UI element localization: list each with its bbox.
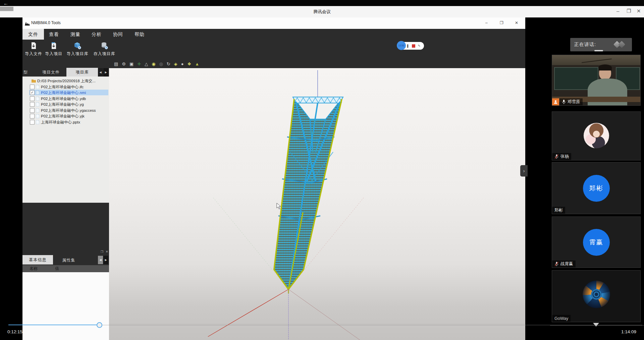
tab-basic-info[interactable]: 基本信息 bbox=[22, 255, 53, 264]
player-progress[interactable] bbox=[8, 325, 97, 325]
save-project-library-button[interactable]: 存入项目库 bbox=[92, 41, 117, 58]
checkbox[interactable] bbox=[30, 102, 35, 107]
recorder-timer[interactable]: 12:53 bbox=[397, 41, 406, 50]
snapshot-icon[interactable]: ▣ bbox=[129, 61, 133, 66]
import-project-library-button[interactable]: 导入项目库 bbox=[66, 41, 89, 58]
menu-file[interactable]: 文件 bbox=[22, 29, 44, 40]
menu-collaborate[interactable]: 协同 bbox=[111, 29, 125, 40]
participant-tile-avatar[interactable]: GoWay bbox=[552, 270, 641, 322]
participant-tile-avatar[interactable]: 张杨 bbox=[552, 111, 641, 160]
recorder-stop-button[interactable] bbox=[412, 44, 415, 48]
meeting-logo-icon bbox=[618, 41, 625, 48]
sphere-select-icon[interactable]: ◉ bbox=[152, 61, 155, 66]
file-icon bbox=[36, 114, 39, 119]
app-minimize-button[interactable]: – bbox=[485, 20, 488, 25]
mic-muted-icon bbox=[554, 261, 559, 266]
display-mode-icon[interactable]: ▤ bbox=[114, 61, 118, 66]
checkbox[interactable] bbox=[30, 114, 35, 118]
tab-model-partial[interactable]: 型 bbox=[23, 69, 28, 75]
tree-root-folder[interactable]: D:/03 Projects/20200918 上海交... bbox=[22, 78, 109, 84]
tabs-scroll-right-button[interactable]: ▶ bbox=[103, 68, 108, 77]
tabs-scroll-left-button[interactable]: ◀ bbox=[98, 68, 103, 77]
checkbox[interactable] bbox=[30, 120, 35, 125]
file-icon bbox=[36, 97, 39, 101]
avatar-initials: 霄赢 bbox=[583, 229, 610, 256]
cone-add-icon[interactable]: ▲ bbox=[195, 61, 199, 66]
file-icon bbox=[36, 102, 39, 107]
cube-add-icon[interactable]: ❖ bbox=[187, 61, 192, 66]
app-restore-button[interactable]: ❐ bbox=[500, 20, 503, 25]
player-knob[interactable] bbox=[97, 322, 102, 328]
checkbox-checked[interactable]: ✓ bbox=[30, 90, 35, 95]
member-badge-icon bbox=[552, 98, 559, 105]
tree-row-pptx[interactable]: 上海环球金融中心.pptx bbox=[22, 119, 109, 125]
menu-analysis[interactable]: 分析 bbox=[90, 29, 104, 40]
player-current-time: 0:12:15 bbox=[7, 329, 22, 334]
props-table-header: 名称 值 bbox=[22, 265, 109, 272]
avatar bbox=[584, 123, 609, 148]
meeting-restore-button[interactable]: ❐ bbox=[627, 8, 631, 13]
panel-float-icon[interactable]: ❐ bbox=[101, 250, 103, 253]
meeting-close-button[interactable]: ✕ bbox=[637, 8, 641, 13]
import-file-icon bbox=[24, 41, 43, 50]
classroom-ceiling bbox=[552, 55, 640, 65]
meeting-title: 腾讯会议 bbox=[313, 9, 331, 15]
tab-project-library[interactable]: 项目库 bbox=[66, 68, 98, 77]
participant-name: 张杨 bbox=[560, 154, 569, 159]
tree-row-nmi[interactable]: ✓ P02上海环球金融中心.nmi bbox=[22, 90, 109, 96]
participant-tile-initials[interactable]: 霄赢 战霄赢 bbox=[552, 216, 641, 268]
orbit-icon[interactable]: ◎ bbox=[159, 61, 163, 66]
menu-view[interactable]: 查看 bbox=[47, 29, 61, 40]
file-icon bbox=[36, 120, 39, 125]
meeting-minimize-button[interactable]: – bbox=[616, 8, 619, 13]
settings-gear-icon[interactable]: ⚙ bbox=[122, 61, 126, 66]
checkbox[interactable] bbox=[30, 96, 35, 101]
axes-icon[interactable]: ✛ bbox=[137, 61, 141, 66]
leftover-button bbox=[0, 7, 13, 11]
menu-help[interactable]: 帮助 bbox=[132, 29, 147, 40]
props-scroll-left-button[interactable]: ◀ bbox=[98, 256, 103, 264]
tree-row-yjk[interactable]: P02上海环球金融中心.yjk bbox=[22, 113, 109, 119]
tab-property-set[interactable]: 属性集 bbox=[60, 257, 77, 263]
meeting-titlebar: 腾讯会议 – ❐ ✕ bbox=[0, 6, 644, 17]
participant-name-label: 张杨 bbox=[552, 153, 571, 160]
back-arrow-icon[interactable]: ← bbox=[3, 0, 8, 6]
panel-close-icon[interactable]: ✕ bbox=[106, 250, 108, 253]
folder-icon bbox=[32, 79, 36, 83]
speaking-now-label: 正在讲话: bbox=[574, 42, 596, 48]
pyramid-view-icon[interactable]: △ bbox=[145, 61, 148, 66]
checkbox[interactable] bbox=[30, 85, 35, 89]
recorder-edit-button[interactable]: ✎ bbox=[418, 44, 421, 48]
participant-tile-video[interactable]: 邓雪原 bbox=[552, 55, 641, 106]
participant-name-label: GoWay bbox=[552, 315, 571, 322]
speaking-now-bar: 正在讲话: bbox=[570, 38, 632, 51]
participant-tile-initials[interactable]: 郑彬 郑彬 bbox=[552, 162, 641, 214]
cube-mark-icon[interactable]: ◈ bbox=[174, 61, 177, 66]
import-project-library-icon bbox=[66, 41, 89, 50]
speaker-hair bbox=[598, 64, 612, 70]
scroll-up-indicator[interactable] bbox=[594, 50, 603, 51]
rotate-view-icon[interactable]: ↻ bbox=[167, 61, 170, 66]
import-project-button[interactable]: 导入项目 bbox=[44, 41, 63, 58]
app-title: NMBIM4.0 Tools bbox=[31, 20, 61, 25]
checkbox[interactable] bbox=[30, 108, 35, 113]
props-scroll-right-button[interactable]: ▶ bbox=[103, 256, 108, 264]
tree-row-yg[interactable]: P02上海环球金融中心.yg bbox=[22, 101, 109, 107]
import-file-button[interactable]: 导入文件 bbox=[24, 41, 43, 58]
player-track[interactable] bbox=[102, 325, 642, 325]
tree-row-ygaccess[interactable]: P02上海环球金融中心.ygaccess bbox=[22, 107, 109, 113]
sphere-view-icon[interactable]: ● bbox=[181, 61, 184, 66]
tab-project-files[interactable]: 项目文件 bbox=[41, 69, 61, 75]
tree-row-ifc[interactable]: P02上海环球金融中心.ifc bbox=[22, 84, 109, 90]
app-toolbar: 导入文件 导入项目 导入项目库 存入项目库 bbox=[22, 40, 525, 59]
tree-row-ydb[interactable]: P02上海环球金融中心.ydb bbox=[22, 96, 109, 102]
viewport-3d-canvas[interactable] bbox=[109, 68, 525, 340]
panel-collapse-chevron[interactable]: › bbox=[520, 165, 528, 177]
participant-name-label: 战霄赢 bbox=[552, 260, 576, 268]
menu-measure[interactable]: 测量 bbox=[68, 29, 83, 40]
nmbim-app-window: NMBIM4.0 Tools – ❐ ✕ 文件 查看 测量 分析 协同 帮助 导… bbox=[22, 17, 525, 340]
app-close-button[interactable]: ✕ bbox=[515, 20, 518, 25]
avatar-spiral bbox=[591, 289, 602, 300]
file-icon bbox=[36, 108, 39, 113]
participant-name: 战霄赢 bbox=[560, 261, 573, 267]
